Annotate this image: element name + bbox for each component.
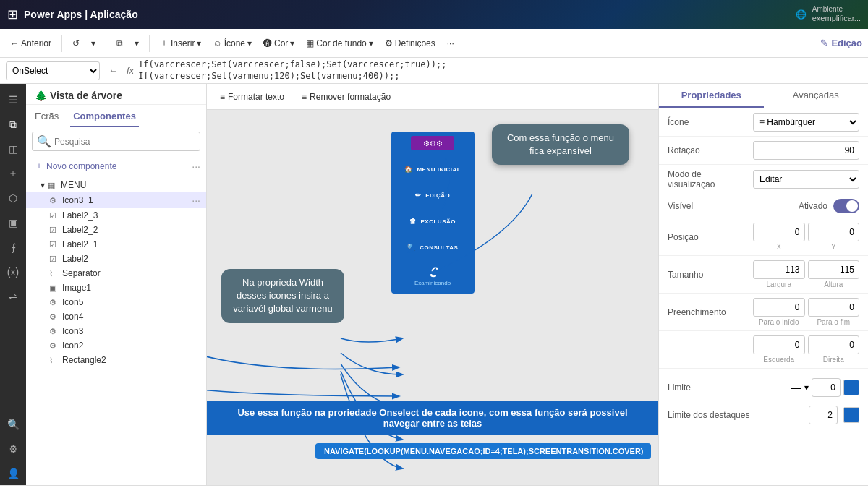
menu-item-consult[interactable]: 🔍 CONSULTAS — [400, 234, 465, 260]
edit-mode-label: Edição — [831, 38, 862, 48]
tab-components[interactable]: Componentes — [70, 108, 139, 127]
visible-value: Ativado — [753, 199, 859, 213]
search-input[interactable] — [54, 137, 195, 147]
panel-actions: ＋ Novo componente ··· — [26, 155, 206, 176]
fill-end-label: Para o fim — [808, 318, 860, 326]
menu-edit-label: EDIÇÃO — [425, 192, 450, 199]
position-value: X Y — [753, 223, 859, 251]
formula-line2[interactable]: If(varcrescer;Set(varmenu;120);Set(varme… — [138, 71, 862, 82]
tree-item-label2[interactable]: ☑ Label2 — [26, 252, 206, 266]
visible-toggle[interactable] — [833, 199, 859, 213]
copy-dropdown[interactable]: ▾ — [130, 35, 143, 51]
fill-start-group: Para o início — [753, 298, 805, 326]
prop-fill-lr-row: Esquerda Direita — [659, 331, 868, 369]
tree-item-label2-2[interactable]: ☑ Label2_2 — [26, 223, 206, 237]
label-type-icon3: ☑ — [49, 240, 59, 249]
height-label: Altura — [808, 281, 860, 288]
data-icon[interactable]: ⬡ — [1, 187, 25, 210]
fill-start-input[interactable] — [753, 298, 805, 317]
components-icon[interactable]: ◫ — [1, 137, 25, 160]
formula-back-button[interactable]: ← — [104, 64, 122, 77]
new-component-button[interactable]: ＋ Novo componente — [32, 158, 119, 174]
limit-input[interactable] — [812, 378, 841, 397]
rotation-input[interactable] — [753, 141, 859, 160]
active-label: Ativado — [799, 201, 827, 211]
back-button[interactable]: ← Anterior — [6, 35, 56, 51]
layers-icon[interactable]: ⧉ — [1, 113, 25, 136]
color-palette-icon: 🅐 — [263, 38, 272, 48]
menu-item-delete[interactable]: 🗑 EXCLUSÃO — [400, 208, 465, 234]
fill-value: Para o início Para o fim — [753, 298, 859, 326]
tab-advanced[interactable]: Avançadas — [764, 84, 869, 108]
new-component-more-icon[interactable]: ··· — [192, 160, 200, 172]
fill-left-input[interactable] — [753, 335, 805, 354]
viewmode-selector[interactable]: Editar — [753, 170, 859, 189]
prop-visible-row: Visível Ativado — [659, 194, 868, 218]
format-text-button[interactable]: ≡ Formatar texto — [216, 90, 289, 104]
tree-item-label2-1[interactable]: ☑ Label2_1 — [26, 237, 206, 252]
formula-sidebar-icon[interactable]: ⨍ — [1, 236, 25, 259]
tree-item-more-icon[interactable]: ··· — [192, 194, 200, 206]
fill-end-group: Para o fim — [808, 298, 860, 326]
hamburger-menu-icon[interactable]: ☰ — [1, 88, 25, 111]
tree-item-icon5[interactable]: ⚙ Icon5 — [26, 295, 206, 309]
pos-x-group: X — [753, 223, 805, 251]
bg-color-button[interactable]: ▦ Cor de fundo ▾ — [302, 35, 377, 51]
tab-properties[interactable]: Propriedades — [659, 84, 764, 108]
menu-item-edit[interactable]: ✏ EDIÇÃO — [400, 182, 465, 208]
tree-item-icon2[interactable]: ⚙ Icon2 — [26, 338, 206, 353]
annotation-bar: Use essa função na proriedade Onselect d… — [207, 401, 658, 435]
connections-icon[interactable]: ⇌ — [1, 285, 25, 308]
highlight-color-swatch[interactable] — [843, 407, 859, 423]
formula-line1[interactable]: If(varcrescer;Set(varcrescer;false);Set(… — [138, 59, 862, 71]
insert-sidebar-icon[interactable]: ＋ — [1, 162, 25, 185]
settings-button[interactable]: ⚙ Definições — [380, 35, 440, 51]
tree-item-separator[interactable]: ⌇ Separator — [26, 266, 206, 281]
app-top-bar: ⚙⚙⚙ — [411, 136, 454, 150]
fill-right-input[interactable] — [808, 335, 860, 354]
right-panel-tabs: Propriedades Avançadas — [659, 84, 868, 108]
pos-y-label: Y — [808, 243, 860, 251]
top-bar: ⊞ Power Apps | Aplicação 🌐 Ambiente exem… — [0, 0, 868, 29]
color-button[interactable]: 🅐 Cor ▾ — [259, 35, 299, 51]
fill-start-label: Para o início — [753, 318, 805, 326]
property-selector[interactable]: OnSelect — [6, 61, 100, 80]
insert-button[interactable]: ＋ Inserir ▾ — [156, 34, 205, 52]
user-sidebar-icon[interactable]: 👤 — [1, 462, 25, 485]
remove-format-button[interactable]: ≡ Remover formatação — [297, 90, 395, 104]
fill-end-input[interactable] — [808, 298, 860, 317]
app-title: Power Apps | Aplicação — [24, 9, 138, 20]
icon-selector[interactable]: ≡ Hambúrguer — [753, 113, 859, 132]
color-swatch[interactable] — [843, 380, 859, 395]
prop-viewmode-row: Modo de visualização Editar — [659, 165, 868, 194]
icon-button[interactable]: ☺ Ícone ▾ — [208, 35, 256, 51]
position-label: Posição — [668, 232, 747, 242]
grid-icon[interactable]: ⊞ — [7, 7, 18, 22]
undo-button[interactable]: ↺ — [68, 35, 84, 51]
position-x-input[interactable] — [753, 223, 805, 241]
tree-expand-icon: ▾ — [41, 180, 45, 190]
fill-left-label: Esquerda — [753, 356, 805, 364]
tree-item-icon3[interactable]: ⚙ Icon3 — [26, 324, 206, 338]
tree-item-icon3-1[interactable]: ⚙ Icon3_1 ··· — [26, 192, 206, 208]
position-y-input[interactable] — [808, 223, 860, 241]
settings-sidebar-icon[interactable]: ⚙ — [1, 437, 25, 461]
undo-dropdown[interactable]: ▾ — [87, 35, 100, 51]
menu-item-home[interactable]: 🏠 MENU INICIAL — [400, 156, 465, 182]
height-input[interactable] — [808, 260, 860, 279]
tree-item-menu[interactable]: ▾ ▦ MENU — [26, 178, 206, 192]
icon-type-icon3: ⚙ — [49, 327, 59, 336]
copy-button[interactable]: ⧉ — [112, 35, 127, 51]
tree-item-image1[interactable]: ▣ Image1 — [26, 281, 206, 295]
tab-screens[interactable]: Ecrãs — [32, 108, 61, 127]
tree-item-label2-3[interactable]: ☑ Label2_3 — [26, 208, 206, 223]
width-input[interactable] — [753, 260, 805, 279]
bg-color-chevron-icon: ▾ — [369, 38, 373, 48]
more-button[interactable]: ··· — [443, 35, 459, 51]
tree-item-icon4[interactable]: ⚙ Icon4 — [26, 309, 206, 324]
media-icon[interactable]: ▣ — [1, 211, 25, 234]
highlights-input[interactable] — [809, 406, 838, 424]
tree-item-rectangle2[interactable]: ⌇ Rectangle2 — [26, 353, 206, 367]
search-sidebar-icon[interactable]: 🔍 — [1, 413, 25, 436]
variables-icon[interactable]: (x) — [1, 260, 25, 283]
